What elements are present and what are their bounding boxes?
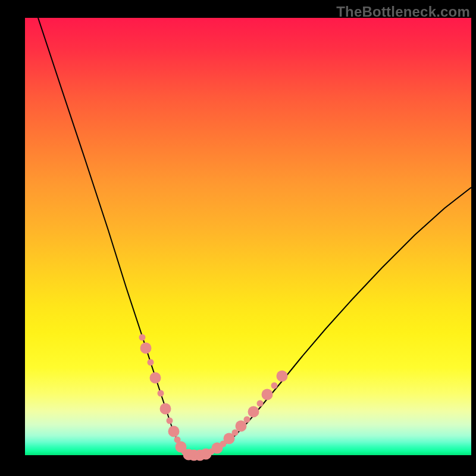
marker-dot: [168, 426, 180, 437]
marker-dot: [140, 343, 152, 354]
chart-frame: TheBottleneck.com: [0, 0, 476, 476]
marker-dot: [160, 403, 171, 415]
marker-dot: [150, 372, 161, 384]
marker-dot: [257, 400, 264, 407]
watermark-text: TheBottleneck.com: [336, 4, 470, 20]
marker-dot: [167, 418, 173, 424]
marker-dot: [244, 416, 250, 423]
marker-dot: [271, 383, 278, 389]
plot-area: [25, 18, 471, 455]
marker-dot: [158, 390, 164, 397]
marker-dot: [139, 334, 146, 341]
main-curve: [38, 18, 471, 455]
marker-dot: [148, 359, 154, 366]
marker-dot: [262, 389, 273, 400]
marker-dot: [248, 406, 259, 418]
marker-group: [139, 334, 288, 461]
chart-svg: [25, 18, 471, 455]
marker-dot: [277, 371, 288, 382]
